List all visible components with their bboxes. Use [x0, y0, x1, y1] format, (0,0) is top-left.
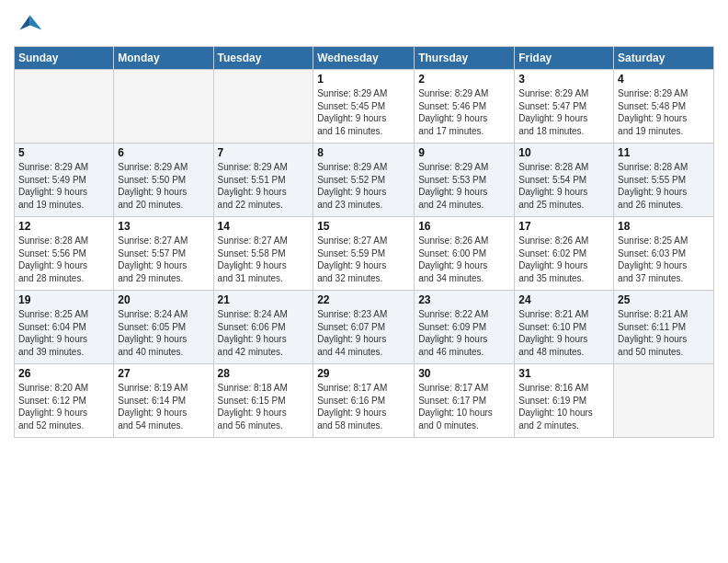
calendar-day-cell: 17Sunrise: 8:26 AM Sunset: 6:02 PM Dayli… [515, 217, 614, 291]
day-info: Sunrise: 8:25 AM Sunset: 6:04 PM Dayligh… [18, 308, 109, 358]
day-info: Sunrise: 8:24 AM Sunset: 6:06 PM Dayligh… [218, 308, 310, 358]
calendar-day-cell: 19Sunrise: 8:25 AM Sunset: 6:04 PM Dayli… [15, 291, 114, 364]
calendar-day-cell [15, 70, 114, 144]
day-info: Sunrise: 8:21 AM Sunset: 6:11 PM Dayligh… [618, 308, 710, 358]
weekday-header-monday: Monday [114, 47, 213, 70]
calendar-day-cell: 22Sunrise: 8:23 AM Sunset: 6:07 PM Dayli… [313, 291, 415, 364]
day-info: Sunrise: 8:28 AM Sunset: 5:55 PM Dayligh… [618, 161, 710, 211]
calendar-day-cell [213, 70, 313, 144]
day-number: 13 [118, 220, 209, 233]
calendar-day-cell: 30Sunrise: 8:17 AM Sunset: 6:17 PM Dayli… [415, 364, 515, 438]
weekday-header-thursday: Thursday [415, 47, 515, 70]
day-info: Sunrise: 8:29 AM Sunset: 5:45 PM Dayligh… [317, 87, 410, 137]
day-info: Sunrise: 8:29 AM Sunset: 5:48 PM Dayligh… [618, 87, 710, 137]
day-number: 4 [618, 73, 710, 86]
weekday-header-row: SundayMondayTuesdayWednesdayThursdayFrid… [15, 47, 714, 70]
calendar-day-cell: 21Sunrise: 8:24 AM Sunset: 6:06 PM Dayli… [213, 291, 313, 364]
day-number: 16 [418, 220, 510, 233]
weekday-header-wednesday: Wednesday [313, 47, 415, 70]
day-info: Sunrise: 8:22 AM Sunset: 6:09 PM Dayligh… [418, 308, 510, 358]
calendar-day-cell [614, 364, 714, 438]
calendar-day-cell: 27Sunrise: 8:19 AM Sunset: 6:14 PM Dayli… [114, 364, 213, 438]
day-info: Sunrise: 8:19 AM Sunset: 6:14 PM Dayligh… [118, 382, 209, 431]
calendar-day-cell: 9Sunrise: 8:29 AM Sunset: 5:53 PM Daylig… [415, 144, 515, 217]
day-info: Sunrise: 8:26 AM Sunset: 6:02 PM Dayligh… [518, 235, 609, 284]
svg-marker-1 [19, 15, 29, 29]
day-number: 14 [218, 220, 310, 233]
calendar-day-cell: 2Sunrise: 8:29 AM Sunset: 5:46 PM Daylig… [415, 70, 515, 144]
day-number: 26 [18, 367, 109, 380]
day-number: 28 [218, 367, 310, 380]
calendar-day-cell: 5Sunrise: 8:29 AM Sunset: 5:49 PM Daylig… [15, 144, 114, 217]
day-number: 25 [618, 293, 710, 306]
calendar-day-cell: 13Sunrise: 8:27 AM Sunset: 5:57 PM Dayli… [114, 217, 213, 291]
calendar-day-cell: 26Sunrise: 8:20 AM Sunset: 6:12 PM Dayli… [15, 364, 114, 438]
day-number: 10 [518, 146, 609, 159]
day-number: 19 [18, 293, 109, 306]
calendar-day-cell [114, 70, 213, 144]
day-info: Sunrise: 8:23 AM Sunset: 6:07 PM Dayligh… [317, 308, 410, 358]
calendar-day-cell: 7Sunrise: 8:29 AM Sunset: 5:51 PM Daylig… [213, 144, 313, 217]
weekday-header-tuesday: Tuesday [213, 47, 313, 70]
day-number: 12 [18, 220, 109, 233]
day-info: Sunrise: 8:17 AM Sunset: 6:16 PM Dayligh… [317, 382, 410, 431]
weekday-header-friday: Friday [515, 47, 614, 70]
day-number: 30 [418, 367, 510, 380]
calendar-week-row: 19Sunrise: 8:25 AM Sunset: 6:04 PM Dayli… [15, 291, 714, 364]
day-info: Sunrise: 8:26 AM Sunset: 6:00 PM Dayligh… [418, 235, 510, 284]
day-number: 5 [18, 146, 109, 159]
day-number: 11 [618, 146, 710, 159]
calendar-week-row: 1Sunrise: 8:29 AM Sunset: 5:45 PM Daylig… [15, 70, 714, 144]
calendar-day-cell: 3Sunrise: 8:29 AM Sunset: 5:47 PM Daylig… [515, 70, 614, 144]
calendar-week-row: 26Sunrise: 8:20 AM Sunset: 6:12 PM Dayli… [15, 364, 714, 438]
day-number: 7 [218, 146, 310, 159]
calendar-day-cell: 25Sunrise: 8:21 AM Sunset: 6:11 PM Dayli… [614, 291, 714, 364]
day-number: 21 [218, 293, 310, 306]
day-number: 6 [118, 146, 209, 159]
day-info: Sunrise: 8:29 AM Sunset: 5:51 PM Dayligh… [218, 161, 310, 211]
day-info: Sunrise: 8:29 AM Sunset: 5:52 PM Dayligh… [317, 161, 410, 211]
day-info: Sunrise: 8:27 AM Sunset: 5:57 PM Dayligh… [118, 235, 209, 284]
day-number: 8 [317, 146, 410, 159]
svg-marker-0 [30, 15, 42, 29]
day-number: 29 [317, 367, 410, 380]
day-number: 31 [518, 367, 609, 380]
day-info: Sunrise: 8:27 AM Sunset: 5:58 PM Dayligh… [218, 235, 310, 284]
day-info: Sunrise: 8:28 AM Sunset: 5:54 PM Dayligh… [518, 161, 609, 211]
calendar-week-row: 12Sunrise: 8:28 AM Sunset: 5:56 PM Dayli… [15, 217, 714, 291]
calendar-day-cell: 24Sunrise: 8:21 AM Sunset: 6:10 PM Dayli… [515, 291, 614, 364]
calendar-day-cell: 20Sunrise: 8:24 AM Sunset: 6:05 PM Dayli… [114, 291, 213, 364]
calendar-day-cell: 23Sunrise: 8:22 AM Sunset: 6:09 PM Dayli… [415, 291, 515, 364]
day-info: Sunrise: 8:28 AM Sunset: 5:56 PM Dayligh… [18, 235, 109, 284]
calendar-day-cell: 1Sunrise: 8:29 AM Sunset: 5:45 PM Daylig… [313, 70, 415, 144]
calendar-day-cell: 16Sunrise: 8:26 AM Sunset: 6:00 PM Dayli… [415, 217, 515, 291]
day-number: 22 [317, 293, 410, 306]
day-number: 18 [618, 220, 710, 233]
header [14, 9, 714, 39]
day-number: 20 [118, 293, 209, 306]
calendar-day-cell: 18Sunrise: 8:25 AM Sunset: 6:03 PM Dayli… [614, 217, 714, 291]
logo-icon [14, 9, 43, 39]
day-info: Sunrise: 8:29 AM Sunset: 5:46 PM Dayligh… [418, 87, 510, 137]
day-info: Sunrise: 8:16 AM Sunset: 6:19 PM Dayligh… [518, 382, 609, 431]
day-number: 27 [118, 367, 209, 380]
day-info: Sunrise: 8:20 AM Sunset: 6:12 PM Dayligh… [18, 382, 109, 431]
day-info: Sunrise: 8:21 AM Sunset: 6:10 PM Dayligh… [518, 308, 609, 358]
calendar-day-cell: 11Sunrise: 8:28 AM Sunset: 5:55 PM Dayli… [614, 144, 714, 217]
calendar-day-cell: 31Sunrise: 8:16 AM Sunset: 6:19 PM Dayli… [515, 364, 614, 438]
logo [14, 9, 47, 39]
day-info: Sunrise: 8:29 AM Sunset: 5:47 PM Dayligh… [518, 87, 609, 137]
day-number: 1 [317, 73, 410, 86]
day-info: Sunrise: 8:17 AM Sunset: 6:17 PM Dayligh… [418, 382, 510, 431]
day-number: 3 [518, 73, 609, 86]
day-info: Sunrise: 8:29 AM Sunset: 5:49 PM Dayligh… [18, 161, 109, 211]
day-number: 17 [518, 220, 609, 233]
day-number: 15 [317, 220, 410, 233]
day-number: 24 [518, 293, 609, 306]
calendar-day-cell: 29Sunrise: 8:17 AM Sunset: 6:16 PM Dayli… [313, 364, 415, 438]
day-info: Sunrise: 8:18 AM Sunset: 6:15 PM Dayligh… [218, 382, 310, 431]
calendar-day-cell: 6Sunrise: 8:29 AM Sunset: 5:50 PM Daylig… [114, 144, 213, 217]
calendar-day-cell: 28Sunrise: 8:18 AM Sunset: 6:15 PM Dayli… [213, 364, 313, 438]
day-info: Sunrise: 8:25 AM Sunset: 6:03 PM Dayligh… [618, 235, 710, 284]
day-info: Sunrise: 8:24 AM Sunset: 6:05 PM Dayligh… [118, 308, 209, 358]
